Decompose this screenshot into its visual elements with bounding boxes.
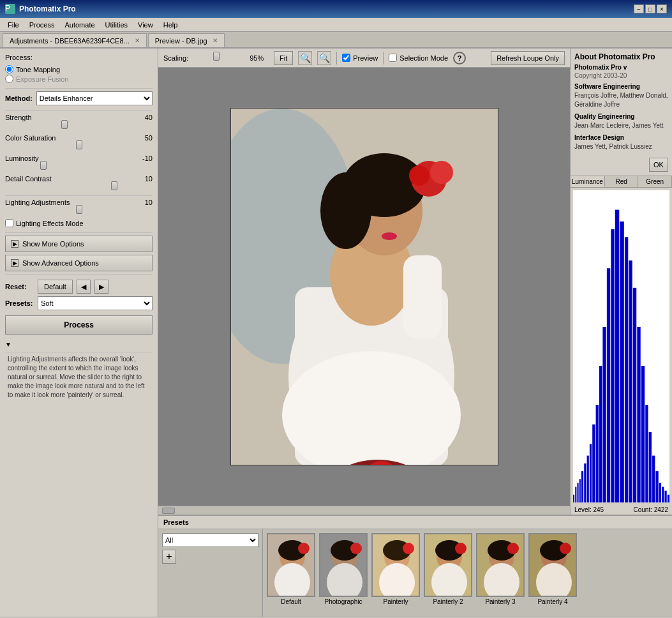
preview-checkbox-row[interactable]: Preview xyxy=(342,54,378,62)
detail-contrast-slider[interactable] xyxy=(5,185,153,190)
svg-point-7 xyxy=(320,172,371,249)
histogram-count: Count: 2422 xyxy=(634,506,669,513)
close-button[interactable]: × xyxy=(657,4,667,13)
scroll-thumb[interactable] xyxy=(162,508,175,514)
preview-checkbox[interactable] xyxy=(342,54,350,62)
svg-rect-46 xyxy=(659,483,661,502)
histogram-level: Level: 245 xyxy=(574,506,604,513)
preset-label-painterly2: Painterly 2 xyxy=(433,598,463,605)
menu-process[interactable]: Process xyxy=(24,20,60,30)
zoom-in-button[interactable]: 🔍 xyxy=(317,51,331,65)
strength-label: Strength xyxy=(5,114,32,121)
expand-advanced-icon: ▶ xyxy=(11,259,19,267)
software-engineering-section: Software Engineering François Joffre, Ma… xyxy=(574,83,668,109)
preset-item-painterly2[interactable]: Painterly 2 xyxy=(424,533,472,605)
histogram-tab-green[interactable]: Green xyxy=(638,176,672,187)
svg-point-74 xyxy=(507,543,519,554)
selection-mode-row[interactable]: Selection Mode xyxy=(389,54,448,62)
exposure-fusion-radio[interactable] xyxy=(5,75,13,83)
selection-mode-checkbox[interactable] xyxy=(389,54,397,62)
default-button[interactable]: Default xyxy=(38,280,73,294)
svg-rect-12 xyxy=(403,255,442,338)
maximize-button[interactable]: □ xyxy=(645,4,655,13)
process-group: Process: Tone Mapping Exposure Fusion xyxy=(5,54,153,83)
selection-mode-label: Selection Mode xyxy=(399,54,448,62)
histogram-tab-red[interactable]: Red xyxy=(605,176,639,187)
process-button[interactable]: Process xyxy=(5,315,153,335)
svg-rect-41 xyxy=(641,366,645,502)
menu-help[interactable]: Help xyxy=(158,20,183,30)
menu-utilities[interactable]: Utilities xyxy=(100,20,133,30)
software-engineering-title: Software Engineering xyxy=(574,83,668,90)
tab-adjustments[interactable]: Adjustments - DBEE63A6239F4CE8... ✕ xyxy=(3,33,147,47)
svg-point-54 xyxy=(298,543,310,554)
show-more-options-label: Show More Options xyxy=(22,240,84,248)
help-text: Lighting Adjustments affects the overall… xyxy=(5,352,153,402)
strength-section: Strength 40 xyxy=(5,114,153,130)
svg-rect-38 xyxy=(629,260,632,502)
window-controls[interactable]: − □ × xyxy=(634,4,667,13)
lighting-adjustments-slider[interactable] xyxy=(5,209,153,214)
tab-preview-close[interactable]: ✕ xyxy=(213,37,218,44)
horizontal-scrollbar[interactable] xyxy=(158,506,570,515)
lighting-adjustments-value: 10 xyxy=(145,199,153,206)
tone-mapping-radio[interactable] xyxy=(5,65,13,73)
undo-button[interactable]: ◀ xyxy=(77,280,91,294)
detail-contrast-section: Detail Contrast 10 xyxy=(5,175,153,192)
method-select[interactable]: Details Enhancer xyxy=(36,91,153,105)
strength-slider[interactable] xyxy=(5,124,153,129)
ok-button[interactable]: OK xyxy=(649,158,668,172)
filter-select[interactable]: All xyxy=(162,533,258,547)
menu-bar: File Process Automate Utilities View Hel… xyxy=(0,18,672,32)
tab-adjustments-close[interactable]: ✕ xyxy=(135,37,140,44)
tone-mapping-label: Tone Mapping xyxy=(16,66,60,73)
svg-rect-33 xyxy=(607,268,610,502)
svg-point-59 xyxy=(350,543,362,554)
svg-rect-27 xyxy=(587,456,589,502)
tab-preview[interactable]: Preview - DB.jpg ✕ xyxy=(148,33,225,47)
scaling-slider[interactable] xyxy=(193,53,244,63)
color-saturation-slider[interactable] xyxy=(5,144,153,149)
separator-1 xyxy=(336,52,337,64)
preset-item-painterly4[interactable]: Painterly 4 xyxy=(528,533,577,605)
presets-select[interactable]: Soft xyxy=(38,296,153,310)
histogram-svg xyxy=(573,190,669,502)
minimize-button[interactable]: − xyxy=(634,4,644,13)
svg-rect-35 xyxy=(615,210,619,502)
menu-automate[interactable]: Automate xyxy=(59,20,100,30)
preset-thumb-painterly2 xyxy=(424,533,472,597)
app-icon: P xyxy=(5,4,15,14)
title-bar: P Photomatix Pro − □ × xyxy=(0,0,672,18)
refresh-button[interactable]: Refresh Loupe Only xyxy=(491,51,565,65)
svg-rect-24 xyxy=(579,479,581,502)
detail-contrast-label: Detail Contrast xyxy=(5,175,52,183)
histogram-tabs: Luminance Red Green xyxy=(571,176,672,188)
presets-content: All + Default xyxy=(158,529,672,617)
center-area: Scaling: 95% Fit 🔍 🔍 Preview xyxy=(158,49,570,515)
redo-button[interactable]: ▶ xyxy=(94,280,108,294)
fit-button[interactable]: Fit xyxy=(274,51,293,65)
menu-view[interactable]: View xyxy=(133,20,158,30)
menu-file[interactable]: File xyxy=(3,20,24,30)
show-more-options-button[interactable]: ▶ Show More Options xyxy=(5,236,153,252)
svg-rect-28 xyxy=(590,444,592,502)
lighting-effects-checkbox[interactable] xyxy=(5,219,13,227)
help-button[interactable]: ? xyxy=(453,52,466,64)
zoom-out-button[interactable]: 🔍 xyxy=(298,51,312,65)
svg-rect-21 xyxy=(573,495,574,502)
add-preset-button[interactable]: + xyxy=(162,550,176,564)
collapse-arrow[interactable]: ▼ xyxy=(5,340,153,349)
preset-item-painterly3[interactable]: Painterly 3 xyxy=(476,533,525,605)
preset-thumb-painterly4 xyxy=(528,533,577,597)
show-advanced-options-button[interactable]: ▶ Show Advanced Options xyxy=(5,255,153,271)
preset-item-painterly[interactable]: Painterly xyxy=(371,533,420,605)
svg-rect-44 xyxy=(652,456,655,502)
luminosity-slider[interactable] xyxy=(5,165,153,170)
preset-thumb-painterly3 xyxy=(476,533,525,597)
preset-item-default[interactable]: Default xyxy=(267,533,315,605)
lighting-effects-label: Lighting Effects Mode xyxy=(16,220,84,227)
strength-value: 40 xyxy=(145,114,153,121)
right-panel: About Photomatix Pro Photomatix Pro v Co… xyxy=(570,49,672,515)
preset-item-photographic[interactable]: Photographic xyxy=(319,533,368,605)
histogram-tab-luminance[interactable]: Luminance xyxy=(571,176,605,187)
